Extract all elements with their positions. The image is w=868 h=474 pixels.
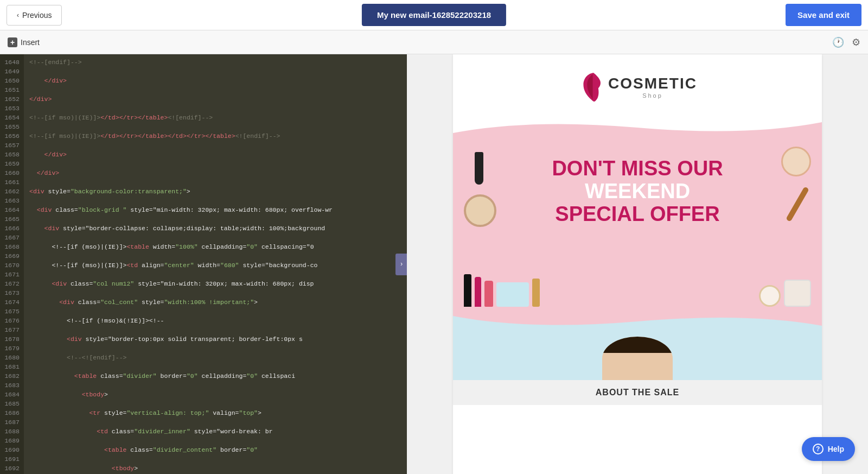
promo-line2: WEEKEND [518, 180, 757, 203]
face-powder [759, 285, 781, 307]
previous-button[interactable]: ‹ Previous [7, 5, 62, 26]
arrow-left-icon: ‹ [17, 11, 19, 19]
bottom-cosmetics [453, 231, 822, 307]
nail-polish [484, 281, 493, 307]
previous-label: Previous [22, 11, 52, 20]
toggle-panel-arrow[interactable]: › [395, 254, 407, 275]
teal-cosmetic-case [496, 282, 529, 307]
brand-icon [578, 71, 605, 103]
main-content: 1648164916501651165216531654165516561657… [0, 54, 868, 474]
wave-bottom-bg [453, 309, 822, 337]
compact-powder [464, 194, 496, 227]
wave-bottom-svg [453, 309, 822, 337]
wave-top-svg [453, 114, 822, 136]
about-sale-section: ABOUT THE SALE [453, 337, 822, 405]
help-label: Help [828, 445, 844, 453]
email-preview: COSMETIC Shop [453, 54, 822, 474]
wave-top-bg [453, 114, 822, 136]
brand-text: COSMETIC Shop [608, 75, 697, 99]
about-sale-bar: ABOUT THE SALE [453, 380, 822, 405]
right-cosmetics [781, 147, 811, 223]
toolbar-icons: 🕐 ⚙ [832, 36, 860, 48]
bottom-right-items [759, 280, 811, 307]
makeup-brush [786, 186, 809, 222]
code-content[interactable]: <!--[endif]--> </div> </div> <!--[if mso… [24, 54, 407, 474]
bottom-left-items [464, 274, 540, 307]
person-head [602, 337, 673, 380]
mascara-tube [464, 274, 471, 307]
insert-icon: + [8, 37, 17, 47]
promo-line3: SPECIAL OFFER [518, 203, 757, 226]
save-exit-button[interactable]: Save and exit [786, 4, 861, 26]
brand-sub: Shop [608, 92, 697, 99]
email-header: COSMETIC Shop [453, 54, 822, 114]
help-button[interactable]: ? Help [802, 437, 855, 461]
line-numbers: 1648164916501651165216531654165516561657… [0, 54, 24, 474]
email-title: My new email-1628522203218 [362, 4, 506, 26]
code-panel: 1648164916501651165216531654165516561657… [0, 54, 407, 474]
top-bar: ‹ Previous My new email-1628522203218 Sa… [0, 0, 868, 30]
history-icon[interactable]: 🕐 [832, 36, 844, 48]
preview-panel[interactable]: COSMETIC Shop [407, 54, 868, 474]
promo-text: DON'T MISS OUR WEEKEND SPECIAL OFFER [475, 147, 800, 225]
cream-jar [784, 280, 811, 307]
lipstick2 [475, 277, 481, 307]
promo-line1: DON'T MISS OUR [518, 157, 757, 180]
hair [602, 337, 673, 353]
promo-banner: DON'T MISS OUR WEEKEND SPECIAL OFFER [453, 114, 822, 337]
insert-label: Insert [21, 38, 40, 47]
perfume-bottle [532, 279, 540, 307]
person-graphic [453, 337, 822, 380]
brand-name: COSMETIC [608, 75, 697, 92]
settings-icon[interactable]: ⚙ [852, 36, 860, 48]
code-editor[interactable]: 1648164916501651165216531654165516561657… [0, 54, 407, 474]
insert-button[interactable]: + Insert [8, 37, 40, 47]
promo-text-area: DON'T MISS OUR WEEKEND SPECIAL OFFER [453, 136, 822, 225]
help-icon: ? [813, 444, 824, 454]
brand-logo: COSMETIC Shop [578, 71, 697, 103]
powder-puff [781, 147, 811, 176]
lipstick-tube [475, 152, 483, 185]
about-sale-text: ABOUT THE SALE [596, 388, 679, 397]
left-cosmetics [464, 152, 496, 227]
secondary-bar: + Insert 🕐 ⚙ [0, 30, 868, 54]
